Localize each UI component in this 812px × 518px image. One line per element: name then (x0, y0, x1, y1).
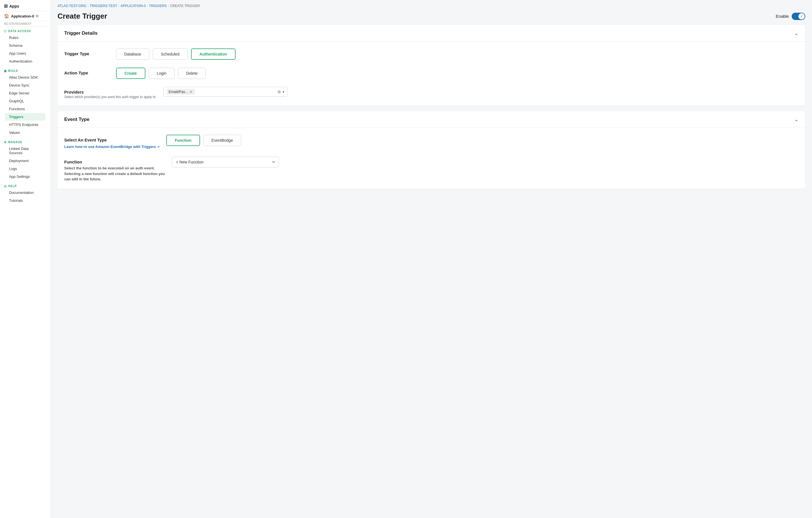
sidebar-item-tutorials[interactable]: Tutorials (5, 197, 46, 204)
providers-input[interactable]: Email/Pas... ✕ ⊗ ▾ (164, 87, 287, 97)
section-label-help: ◎ HELP (4, 184, 47, 188)
main-content: ATLAS-TEST-ORG › TRIGGERS-TEST › APPLICA… (51, 0, 812, 518)
sidebar-item-authentication[interactable]: Authentication (5, 57, 46, 65)
page-header: Create Trigger Enable ✓ (51, 9, 812, 25)
breadcrumb-app[interactable]: APPLICATION-0 (121, 4, 146, 8)
manage-icon: ⚙ (4, 141, 7, 144)
event-type-group: Function EventBridge (166, 135, 241, 146)
action-type-login[interactable]: Login (149, 68, 175, 79)
sidebar: ⊞ Apps 🏠 Application-0 ⧉ NO ENVIRONMENT … (0, 0, 51, 518)
providers-dropdown-arrow[interactable]: ▾ (283, 90, 284, 94)
tag-remove-button[interactable]: ✕ (189, 90, 193, 94)
apps-label: Apps (9, 4, 19, 8)
breadcrumb-project[interactable]: TRIGGERS-TEST (90, 4, 117, 8)
help-icon: ◎ (4, 184, 7, 188)
section-data-access: ⬡ DATA ACCESS Rules Schema App Users Aut… (0, 27, 51, 66)
breadcrumb-sep-1: › (87, 4, 88, 8)
sidebar-item-triggers[interactable]: Triggers (5, 113, 46, 121)
providers-row: Providers Select which provider(s) you w… (64, 87, 799, 99)
app-name[interactable]: Application-0 (11, 14, 34, 18)
breadcrumb-org[interactable]: ATLAS-TEST-ORG (57, 4, 86, 8)
enable-label: Enable (776, 14, 789, 19)
action-type-delete[interactable]: Delete (178, 68, 206, 79)
section-label-manage: ⚙ MANAGE (4, 141, 47, 144)
event-type-header[interactable]: Event Type ⌄ (57, 111, 805, 128)
sidebar-item-app-users[interactable]: App Users (5, 50, 46, 57)
trigger-type-label: Trigger Type (64, 49, 109, 56)
providers-sublabel: Select which provider(s) you want this a… (64, 95, 157, 99)
breadcrumb-sep-3: › (147, 4, 148, 8)
sidebar-item-logs[interactable]: Logs (5, 165, 46, 172)
enable-row: Enable ✓ (776, 13, 805, 20)
home-icon: 🏠 (4, 13, 9, 19)
event-type-title: Event Type (64, 117, 89, 122)
select-event-type-row: Select An Event Type Learn how to use Am… (64, 135, 799, 149)
env-badge: NO ENVIRONMENT (0, 21, 51, 27)
provider-tag-label: Email/Pas... (169, 90, 188, 94)
providers-input-right: ⊗ ▾ (277, 89, 284, 94)
section-build: ▣ BUILD Atlas Device SDK Device Sync Edg… (0, 66, 51, 138)
sidebar-item-functions[interactable]: Functions (5, 105, 46, 113)
action-type-create[interactable]: Create (116, 68, 145, 79)
sidebar-item-documentation[interactable]: Documentation (5, 189, 46, 196)
trigger-type-database[interactable]: Database (116, 49, 149, 60)
function-select-container: + New Function (172, 157, 279, 167)
clear-all-button[interactable]: ⊗ (277, 89, 281, 94)
breadcrumb-sep-4: › (168, 4, 169, 8)
select-event-type-label: Select An Event Type (64, 138, 160, 142)
eventbridge-learn-link[interactable]: Learn how to use Amazon EventBridge with… (64, 145, 156, 149)
sidebar-item-atlas-device-sdk[interactable]: Atlas Device SDK (5, 74, 46, 81)
function-description: Select the function to be executed on an… (64, 166, 165, 182)
sidebar-item-rules[interactable]: Rules (5, 34, 46, 41)
sidebar-item-device-sync[interactable]: Device Sync (5, 82, 46, 89)
sidebar-item-app-settings[interactable]: App Settings (5, 173, 46, 180)
providers-label-container: Providers Select which provider(s) you w… (64, 87, 157, 99)
event-type-chevron: ⌄ (794, 116, 799, 123)
sidebar-item-linked-data-sources[interactable]: Linked Data Sources (5, 145, 46, 157)
trigger-details-chevron: ⌄ (794, 30, 799, 36)
trigger-type-authentication[interactable]: Authentication (191, 49, 236, 60)
providers-label: Providers (64, 90, 157, 94)
section-label-data-access: ⬡ DATA ACCESS (4, 30, 47, 33)
event-type-body: Select An Event Type Learn how to use Am… (57, 128, 805, 189)
trigger-details-title: Trigger Details (64, 30, 97, 36)
function-select[interactable]: + New Function (172, 157, 279, 167)
enable-toggle[interactable]: ✓ (792, 13, 805, 20)
action-type-row: Action Type Create Login Delete (64, 68, 799, 79)
external-link-icon: ↗ (157, 145, 160, 148)
sidebar-item-values[interactable]: Values (5, 129, 46, 136)
copy-icon[interactable]: ⧉ (36, 14, 38, 18)
breadcrumb: ATLAS-TEST-ORG › TRIGGERS-TEST › APPLICA… (51, 0, 812, 9)
provider-tag: Email/Pas... ✕ (167, 89, 195, 95)
data-access-icon: ⬡ (4, 30, 7, 33)
breadcrumb-section[interactable]: TRIGGERS (149, 4, 167, 8)
grid-icon: ⊞ (4, 3, 8, 9)
action-type-group: Create Login Delete (116, 68, 206, 79)
function-label: Function (64, 160, 165, 164)
sidebar-item-https-endpoints[interactable]: HTTPS Endpoints (5, 121, 46, 128)
app-row: 🏠 Application-0 ⧉ (0, 11, 51, 21)
event-type-eventbridge[interactable]: EventBridge (203, 135, 241, 146)
toggle-knob: ✓ (799, 13, 805, 20)
event-type-function[interactable]: Function (166, 135, 200, 146)
trigger-details-card: Trigger Details ⌄ Trigger Type Database … (57, 25, 805, 106)
trigger-details-body: Trigger Type Database Scheduled Authenti… (57, 42, 805, 106)
breadcrumb-current: CREATE TRIGGER (170, 4, 200, 8)
trigger-type-scheduled[interactable]: Scheduled (153, 49, 187, 60)
page-title: Create Trigger (57, 12, 107, 21)
trigger-details-header[interactable]: Trigger Details ⌄ (57, 25, 805, 41)
section-label-build: ▣ BUILD (4, 69, 47, 73)
trigger-type-row: Trigger Type Database Scheduled Authenti… (64, 49, 799, 60)
sidebar-item-graphql[interactable]: GraphQL (5, 97, 46, 105)
section-manage: ⚙ MANAGE Linked Data Sources Deployment … (0, 138, 51, 182)
action-type-label: Action Type (64, 68, 109, 75)
event-type-card: Event Type ⌄ Select An Event Type Learn … (57, 111, 805, 189)
sidebar-item-schema[interactable]: Schema (5, 42, 46, 49)
apps-link[interactable]: ⊞ Apps (4, 3, 47, 9)
section-help: ◎ HELP Documentation Tutorials (0, 182, 51, 206)
sidebar-item-deployment[interactable]: Deployment (5, 157, 46, 165)
build-icon: ▣ (4, 69, 7, 73)
select-event-type-label-container: Select An Event Type Learn how to use Am… (64, 135, 160, 149)
sidebar-item-edge-server[interactable]: Edge Server (5, 89, 46, 97)
breadcrumb-sep-2: › (118, 4, 119, 8)
